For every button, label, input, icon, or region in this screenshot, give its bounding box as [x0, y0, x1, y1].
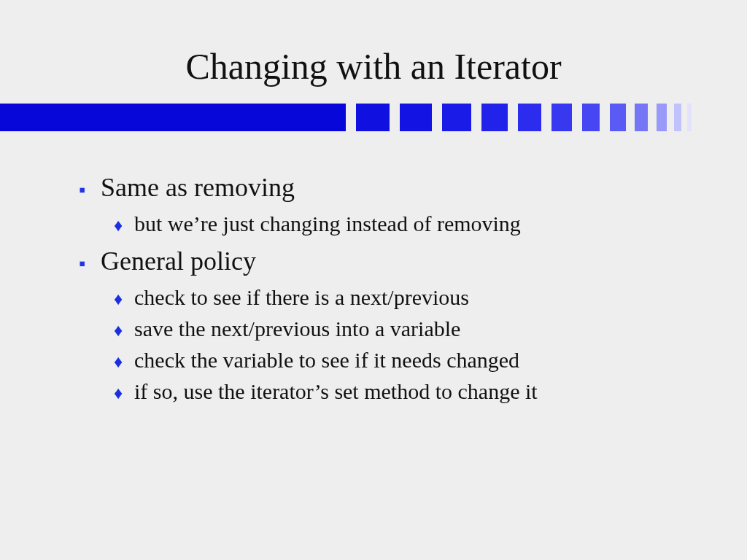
diamond-bullet-icon: ♦ — [114, 211, 134, 239]
decor-bar — [610, 104, 626, 131]
bullet-level2: ♦ check the variable to see if it needs … — [114, 346, 677, 376]
bullet-text: check the variable to see if it needs ch… — [134, 346, 519, 375]
bullet-level2: ♦ if so, use the iterator’s set method t… — [114, 377, 677, 407]
decor-bar — [356, 104, 390, 131]
diamond-bullet-icon: ♦ — [114, 285, 134, 313]
bullet-text: check to see if there is a next/previous — [134, 283, 469, 312]
square-bullet-icon: ▪ — [79, 176, 101, 205]
decor-bar — [0, 104, 346, 131]
title-underline-decor — [0, 104, 747, 131]
decor-bar — [400, 104, 432, 131]
diamond-bullet-icon: ♦ — [114, 316, 134, 344]
bullet-text: General policy — [101, 245, 256, 277]
bullet-text: Same as removing — [101, 171, 295, 203]
bullet-text: if so, use the iterator’s set method to … — [134, 377, 538, 406]
diamond-bullet-icon: ♦ — [114, 348, 134, 376]
bullet-level2: ♦ check to see if there is a next/previo… — [114, 283, 677, 313]
square-bullet-icon: ▪ — [79, 249, 101, 279]
slide-body: ▪ Same as removing ♦ but we’re just chan… — [79, 171, 677, 408]
decor-bar — [582, 104, 600, 131]
bullet-text: save the next/previous into a variable — [134, 314, 460, 343]
bullet-level1: ▪ Same as removing — [79, 171, 677, 205]
diamond-bullet-icon: ♦ — [114, 379, 134, 407]
bullet-level2: ♦ but we’re just changing instead of rem… — [114, 209, 677, 239]
bullet-text: but we’re just changing instead of remov… — [134, 209, 521, 238]
decor-bar — [518, 104, 541, 131]
decor-bar — [551, 104, 572, 131]
decor-bar — [635, 104, 648, 131]
decor-bar — [674, 104, 681, 131]
decor-bar — [657, 104, 667, 131]
slide: Changing with an Iterator ▪ Same as remo… — [0, 0, 747, 560]
decor-bar — [442, 104, 471, 131]
decor-bar — [687, 104, 692, 131]
decor-bar — [481, 104, 508, 131]
slide-title: Changing with an Iterator — [0, 45, 747, 88]
bullet-level2: ♦ save the next/previous into a variable — [114, 314, 677, 344]
bullet-level1: ▪ General policy — [79, 245, 677, 279]
